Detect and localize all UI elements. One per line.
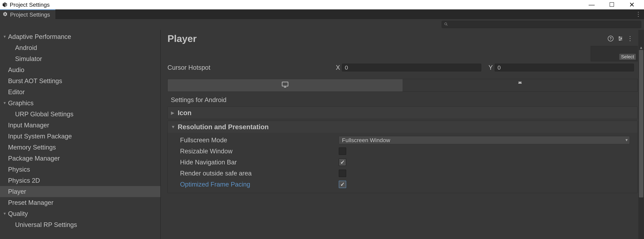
hide-nav-bar-row: Hide Navigation Bar ✓ <box>172 157 633 168</box>
fullscreen-mode-row: Fullscreen Mode Fullscreen Window ▼ <box>172 135 633 146</box>
search-input[interactable] <box>450 22 639 27</box>
chevron-down-icon: ▼ <box>171 124 178 130</box>
cursor-hotspot-row: Cursor Hotspot X Y <box>168 62 644 73</box>
chevron-down-icon: ▼ <box>2 34 8 39</box>
sidebar-item-adaptive-performance[interactable]: ▼Adaptive Performance <box>0 31 160 42</box>
svg-point-17 <box>521 82 521 83</box>
resizable-window-row: Resizable Window <box>172 146 633 157</box>
svg-line-4 <box>446 25 448 26</box>
svg-point-3 <box>445 23 447 25</box>
cursor-hotspot-label: Cursor Hotspot <box>168 64 334 71</box>
main-split: ▼Adaptive Performance Android Simulator … <box>0 30 644 239</box>
tab-menu-icon[interactable]: ⋮ <box>635 11 641 18</box>
editor-tab-strip: Project Settings ⋮ <box>0 9 644 19</box>
tab-label: Project Settings <box>10 11 50 18</box>
y-label: Y <box>486 64 495 71</box>
sidebar-item-package-manager[interactable]: Package Manager <box>0 153 160 164</box>
tab-project-settings[interactable]: Project Settings <box>0 9 55 19</box>
sidebar-item-audio[interactable]: Audio <box>0 64 160 75</box>
os-titlebar: Project Settings — ☐ ✕ <box>0 0 644 9</box>
scroll-up-icon[interactable]: ▲ <box>638 45 644 50</box>
svg-line-18 <box>519 82 519 82</box>
maximize-button[interactable]: ☐ <box>602 0 622 9</box>
foldout-resolution: ▼ Resolution and Presentation Fullscreen… <box>168 121 638 193</box>
platform-subtitle: Settings for Android <box>168 92 644 107</box>
svg-point-10 <box>619 36 620 37</box>
render-outside-safe-checkbox[interactable] <box>339 170 346 177</box>
fullscreen-mode-label: Fullscreen Mode <box>172 137 339 144</box>
sidebar-item-preset-manager[interactable]: Preset Manager <box>0 197 160 208</box>
platform-tab-android[interactable] <box>402 79 638 91</box>
svg-line-19 <box>521 82 521 82</box>
monitor-icon <box>282 81 288 90</box>
sidebar-item-input-system-package[interactable]: Input System Package <box>0 131 160 142</box>
render-outside-safe-label: Render outside safe area <box>172 170 339 177</box>
scrollbar-thumb[interactable] <box>639 50 643 198</box>
platform-tabs <box>168 79 638 92</box>
foldout-icon-header[interactable]: ▶ Icon <box>168 107 638 119</box>
android-icon <box>517 81 523 89</box>
foldout-icon-title: Icon <box>178 109 192 117</box>
settings-content: Player ? ⋮ Select Cursor Hotspot X Y Set… <box>161 30 644 239</box>
sidebar-item-editor[interactable]: Editor <box>0 86 160 98</box>
window-title: Project Settings <box>10 1 50 8</box>
optimized-frame-pacing-checkbox[interactable]: ✓ <box>339 181 346 188</box>
sidebar-item-burst-aot[interactable]: Burst AOT Settings <box>0 75 160 86</box>
content-scrollbar[interactable]: ▲ <box>638 30 644 239</box>
svg-point-11 <box>621 38 622 39</box>
resizable-window-label: Resizable Window <box>172 148 339 155</box>
chevron-right-icon: ▶ <box>171 110 178 115</box>
cursor-texture-picker[interactable]: Select <box>591 46 638 61</box>
gear-icon <box>3 11 8 18</box>
foldout-icon: ▶ Icon <box>168 107 638 119</box>
check-icon: ✓ <box>340 181 345 188</box>
sidebar-item-graphics[interactable]: ▼Graphics <box>0 98 160 109</box>
optimized-frame-pacing-label[interactable]: Optimized Frame Pacing <box>172 181 339 188</box>
search-icon <box>444 22 448 27</box>
chevron-down-icon: ▼ <box>2 101 8 105</box>
cursor-hotspot-y-input[interactable] <box>495 64 634 71</box>
sidebar-item-universal-rp[interactable]: Universal RP Settings <box>0 219 160 230</box>
fullscreen-mode-dropdown[interactable]: Fullscreen Window <box>339 136 630 144</box>
help-button[interactable]: ? <box>607 35 614 42</box>
search-field[interactable] <box>442 21 641 28</box>
sidebar-item-physics[interactable]: Physics <box>0 164 160 175</box>
chevron-down-icon: ▼ <box>2 212 8 216</box>
sidebar-item-android[interactable]: Android <box>0 42 160 53</box>
sidebar-item-urp-global[interactable]: URP Global Settings <box>0 109 160 120</box>
sidebar-item-input-manager[interactable]: Input Manager <box>0 120 160 131</box>
svg-point-12 <box>619 39 620 40</box>
hide-nav-bar-label: Hide Navigation Bar <box>172 159 339 166</box>
settings-sidebar: ▼Adaptive Performance Android Simulator … <box>0 30 161 239</box>
optimized-frame-pacing-row: Optimized Frame Pacing ✓ <box>172 179 633 190</box>
svg-rect-13 <box>282 82 288 86</box>
foldout-resolution-header[interactable]: ▼ Resolution and Presentation <box>168 121 638 133</box>
select-button-label: Select <box>619 54 636 60</box>
close-button[interactable]: ✕ <box>622 0 642 9</box>
content-header: Player ? ⋮ <box>168 30 644 44</box>
sidebar-item-quality[interactable]: ▼Quality <box>0 208 160 219</box>
x-label: X <box>334 64 342 71</box>
render-outside-safe-row: Render outside safe area <box>172 168 633 179</box>
page-title: Player <box>168 33 197 44</box>
preset-button[interactable] <box>616 35 624 42</box>
hide-nav-bar-checkbox[interactable]: ✓ <box>339 159 346 166</box>
resizable-window-checkbox[interactable] <box>339 148 346 155</box>
sidebar-item-memory-settings[interactable]: Memory Settings <box>0 142 160 153</box>
svg-point-16 <box>519 82 520 83</box>
sidebar-item-player[interactable]: Player <box>0 186 160 197</box>
toolbar <box>0 19 644 30</box>
unity-app-icon <box>2 2 8 7</box>
sidebar-item-physics-2d[interactable]: Physics 2D <box>0 175 160 186</box>
svg-text:?: ? <box>610 36 612 40</box>
foldout-resolution-body: Fullscreen Mode Fullscreen Window ▼ Resi… <box>168 133 638 193</box>
minimize-button[interactable]: — <box>582 0 602 9</box>
check-icon: ✓ <box>340 159 345 165</box>
sidebar-item-simulator[interactable]: Simulator <box>0 53 160 64</box>
platform-tab-standalone[interactable] <box>168 79 402 91</box>
content-menu-button[interactable]: ⋮ <box>626 35 634 42</box>
cursor-hotspot-x-input[interactable] <box>342 64 481 71</box>
foldout-resolution-title: Resolution and Presentation <box>178 123 269 131</box>
